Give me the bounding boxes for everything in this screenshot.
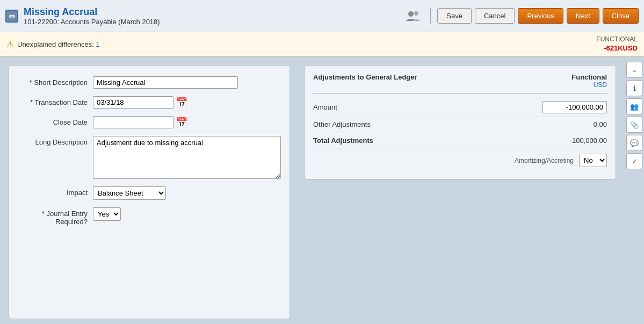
total-adjustments-value: -100,000.00 xyxy=(553,136,607,145)
impact-label: Impact xyxy=(18,186,93,197)
warning-left: ⚠ Unexplained differences: 1 xyxy=(6,39,100,49)
adjustments-header: Adjustments to General Ledger Functional… xyxy=(313,73,607,93)
svg-point-0 xyxy=(408,11,414,17)
users-icon: 👥 xyxy=(630,103,639,111)
form-card: * Short Description * Transaction Date 📅… xyxy=(9,65,290,319)
info-icon: ℹ xyxy=(633,84,636,92)
user-icon-group xyxy=(406,10,421,22)
transaction-date-label: * Transaction Date xyxy=(18,96,93,106)
impact-select[interactable]: Balance Sheet Income Statement None xyxy=(93,186,166,200)
header: ⇔ Missing Accrual 101-22200: Accounts Pa… xyxy=(0,0,644,32)
other-adjustments-row: Other Adjustments 0.00 xyxy=(313,117,607,132)
user-group-icon xyxy=(406,10,421,22)
functional-label: FUNCTIONAL xyxy=(596,35,638,43)
close-date-label: Close Date xyxy=(18,116,93,126)
transaction-date-calendar-icon[interactable]: 📅 xyxy=(176,97,187,109)
warning-count-link[interactable]: 1 xyxy=(96,40,99,48)
list-icon: ≡ xyxy=(632,66,636,74)
header-titles: Missing Accrual 101-22200: Accounts Paya… xyxy=(24,6,160,26)
svg-point-1 xyxy=(414,11,418,16)
header-actions: Save Cancel Previous Next Close xyxy=(406,8,639,24)
amount-label: Amount xyxy=(313,103,337,111)
warning-icon: ⚠ xyxy=(6,39,14,49)
transaction-date-row: * Transaction Date 📅 xyxy=(18,96,281,109)
functional-value: -621KUSD xyxy=(596,43,638,53)
page-title: Missing Accrual xyxy=(24,6,160,18)
journal-entry-row: * Journal Entry Required? Yes No xyxy=(18,207,281,226)
paperclip-icon-button[interactable]: 📎 xyxy=(626,117,642,133)
paperclip-icon: 📎 xyxy=(630,121,639,129)
chat-icon-button[interactable]: 💬 xyxy=(626,135,642,151)
adjustments-header-right: Functional USD xyxy=(571,73,607,89)
adjustments-usd-label: USD xyxy=(571,81,607,89)
checklist-icon-button[interactable]: ✓ xyxy=(626,153,642,169)
functional-block: FUNCTIONAL -621KUSD xyxy=(596,35,638,53)
right-panel: Adjustments to General Ledger Functional… xyxy=(299,56,625,324)
info-icon-button[interactable]: ℹ xyxy=(626,80,642,96)
main-content: * Short Description * Transaction Date 📅… xyxy=(0,56,644,324)
short-description-input[interactable] xyxy=(93,76,238,89)
amount-row: Amount xyxy=(313,98,607,117)
next-button[interactable]: Next xyxy=(567,8,599,24)
header-left: ⇔ Missing Accrual 101-22200: Accounts Pa… xyxy=(5,6,406,26)
other-adjustments-value: 0.00 xyxy=(553,120,607,128)
right-sidebar: ≡ ℹ 👥 📎 💬 ✓ xyxy=(625,56,644,324)
total-adjustments-row: Total Adjustments -100,000.00 xyxy=(313,132,607,149)
adjustments-card: Adjustments to General Ledger Functional… xyxy=(304,65,616,179)
transaction-date-input[interactable] xyxy=(93,96,173,109)
journal-entry-label: * Journal Entry Required? xyxy=(18,207,93,226)
close-date-input[interactable] xyxy=(93,116,173,128)
amortizing-label: Amortizing/Accreting xyxy=(313,157,574,164)
users-icon-button[interactable]: 👥 xyxy=(626,98,642,114)
close-button[interactable]: Close xyxy=(603,8,639,24)
left-panel: * Short Description * Transaction Date 📅… xyxy=(0,56,299,324)
long-description-label: Long Description xyxy=(18,136,93,146)
transaction-date-wrapper: 📅 xyxy=(93,96,187,109)
long-description-row: Long Description Adjustment due to missi… xyxy=(18,136,281,179)
close-date-wrapper: 📅 xyxy=(93,116,187,128)
warning-text: Unexplained differences: 1 xyxy=(17,40,100,48)
cancel-button[interactable]: Cancel xyxy=(475,8,515,24)
adjustments-functional-label: Functional xyxy=(571,73,607,81)
short-description-row: * Short Description xyxy=(18,76,281,89)
previous-button[interactable]: Previous xyxy=(518,8,563,24)
impact-row: Impact Balance Sheet Income Statement No… xyxy=(18,186,281,200)
header-divider xyxy=(430,8,431,24)
adjustments-title: Adjustments to General Ledger xyxy=(313,73,417,89)
amount-input[interactable] xyxy=(542,101,607,113)
expand-collapse-icon[interactable]: ⇔ xyxy=(5,10,18,23)
close-date-calendar-icon[interactable]: 📅 xyxy=(176,117,187,128)
other-adjustments-label: Other Adjustments xyxy=(313,120,371,128)
total-adjustments-label: Total Adjustments xyxy=(313,136,373,145)
amortizing-select[interactable]: No Yes xyxy=(579,154,607,167)
list-icon-button[interactable]: ≡ xyxy=(626,62,642,78)
save-button[interactable]: Save xyxy=(437,8,472,24)
page-subtitle: 101-22200: Accounts Payable (March 2018) xyxy=(24,18,160,26)
amortizing-row: Amortizing/Accreting No Yes xyxy=(313,149,607,171)
warning-bar: ⚠ Unexplained differences: 1 FUNCTIONAL … xyxy=(0,32,644,56)
short-description-label: * Short Description xyxy=(18,76,93,87)
journal-entry-select[interactable]: Yes No xyxy=(93,207,121,221)
chat-icon: 💬 xyxy=(630,139,639,147)
close-date-row: Close Date 📅 xyxy=(18,116,281,128)
checklist-icon: ✓ xyxy=(632,157,638,165)
long-description-textarea[interactable]: Adjustment due to missing accrual xyxy=(93,136,281,179)
